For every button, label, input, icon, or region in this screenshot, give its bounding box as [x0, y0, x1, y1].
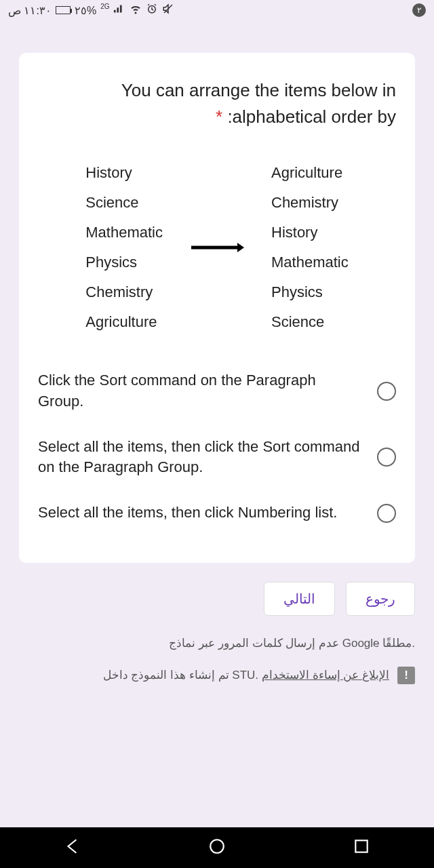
list-item: Physics — [85, 254, 163, 271]
radio-icon[interactable] — [377, 448, 396, 467]
next-button[interactable]: التالي — [264, 582, 335, 616]
radio-icon[interactable] — [377, 504, 396, 523]
option-1[interactable]: Click the Sort command on the Paragraph … — [38, 358, 396, 425]
mute-icon — [162, 3, 174, 18]
list-item: Agriculture — [271, 164, 349, 182]
status-right: ٢ — [412, 3, 426, 17]
list-item: History — [85, 164, 163, 182]
list-item: Science — [85, 194, 163, 212]
svg-rect-4 — [356, 840, 368, 852]
status-bar: ١١:٣٠ ص ٢٥% 2G ٢ — [0, 0, 434, 20]
nav-home-icon[interactable] — [208, 837, 226, 858]
svg-marker-2 — [237, 243, 244, 252]
nav-back-icon[interactable] — [64, 837, 81, 858]
report-link[interactable]: الإبلاغ عن إساءة الاستخدام — [262, 669, 389, 682]
report-text: تم إنشاء هذا النموذج داخل STU. الإبلاغ ع… — [103, 668, 389, 682]
question-line1: You can arrange the items below in — [121, 80, 396, 100]
list-item: Mathematic — [271, 254, 349, 271]
option-2[interactable]: Select all the items, then click the Sor… — [38, 425, 396, 491]
battery-icon — [56, 6, 71, 14]
svg-point-3 — [210, 840, 224, 853]
list-item: Chemistry — [271, 194, 349, 212]
question-title: You can arrange the items below in * :al… — [38, 77, 396, 130]
question-line2: :alphabetical order by — [227, 106, 396, 127]
status-time: ١١:٣٠ ص — [8, 4, 52, 17]
password-note: عدم إرسال كلمات المرور عبر نماذج Google … — [19, 636, 415, 650]
nav-recent-icon[interactable] — [353, 837, 370, 858]
example-right-column: Agriculture Chemistry History Mathematic… — [271, 164, 349, 331]
notification-badge: ٢ — [412, 3, 426, 17]
wifi-icon — [130, 3, 142, 18]
options-group: Click the Sort command on the Paragraph … — [38, 358, 396, 536]
alarm-icon — [146, 3, 158, 18]
nav-buttons: التالي رجوع — [0, 582, 415, 616]
option-text: Select all the items, then click Numberi… — [38, 502, 363, 524]
option-3[interactable]: Select all the items, then click Numberi… — [38, 490, 396, 536]
list-item: Agriculture — [85, 313, 163, 331]
android-nav-bar — [0, 827, 434, 868]
status-battery: ٢٥% — [75, 4, 96, 17]
example-block: History Science Mathematic Physics Chemi… — [38, 164, 396, 331]
info-icon: ! — [397, 667, 415, 684]
report-row: تم إنشاء هذا النموذج داخل STU. الإبلاغ ع… — [19, 667, 415, 684]
radio-icon[interactable] — [377, 382, 396, 401]
arrow-icon — [190, 241, 244, 254]
network-label: 2G — [100, 3, 109, 10]
list-item: Chemistry — [85, 283, 163, 301]
signal-icon — [113, 4, 125, 16]
option-text: Select all the items, then click the Sor… — [38, 437, 363, 479]
list-item: Physics — [271, 283, 349, 301]
back-button[interactable]: رجوع — [346, 582, 415, 616]
required-asterisk: * — [216, 106, 222, 127]
question-card: You can arrange the items below in * :al… — [19, 53, 415, 563]
list-item: Mathematic — [85, 224, 163, 241]
list-item: History — [271, 224, 349, 241]
option-text: Click the Sort command on the Paragraph … — [38, 370, 363, 412]
status-left: ١١:٣٠ ص ٢٥% 2G — [8, 3, 174, 18]
list-item: Science — [271, 313, 349, 331]
example-left-column: History Science Mathematic Physics Chemi… — [85, 164, 163, 331]
